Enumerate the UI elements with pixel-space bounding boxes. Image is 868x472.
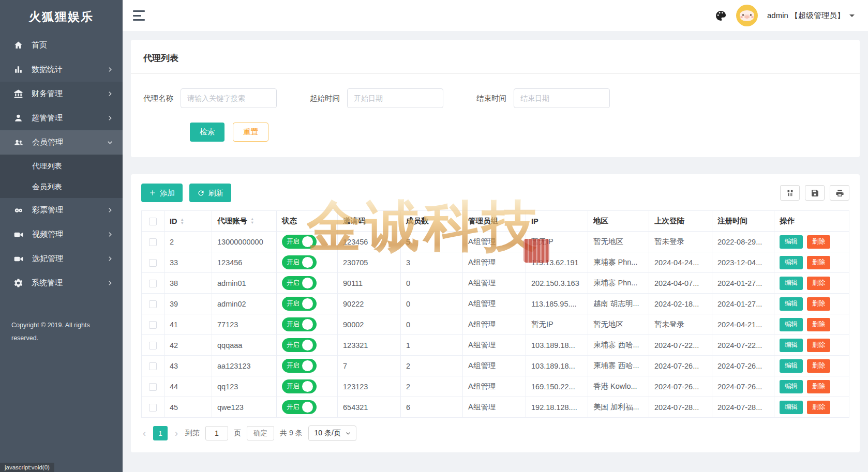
column-header[interactable]: 代理账号▲▼ <box>212 211 277 232</box>
sort-icon[interactable]: ▲▼ <box>181 218 184 225</box>
edit-button[interactable]: 编辑 <box>780 235 803 249</box>
cell-admin-group: A组管理 <box>463 314 526 335</box>
delete-button[interactable]: 删除 <box>807 359 830 373</box>
status-toggle[interactable]: 开启 <box>282 235 317 249</box>
delete-button[interactable]: 删除 <box>807 401 830 414</box>
status-toggle[interactable]: 开启 <box>282 317 317 331</box>
end-date-input[interactable] <box>514 88 610 108</box>
cell-member-count: 2 <box>401 356 463 376</box>
toggle-knob <box>302 236 313 247</box>
sidebar-item-super-admin[interactable]: 超管管理 <box>0 106 123 130</box>
start-time-label: 起始时间 <box>310 94 340 103</box>
delete-button[interactable]: 删除 <box>807 318 830 331</box>
cell-member-count: 6 <box>401 397 463 418</box>
status-toggle[interactable]: 开启 <box>282 359 317 373</box>
status-toggle[interactable]: 开启 <box>282 338 317 352</box>
goto-confirm-button[interactable]: 确定 <box>247 426 274 440</box>
theme-palette-icon[interactable] <box>715 10 727 22</box>
page-size-select[interactable]: 10 条/页 <box>308 425 356 441</box>
sidebar-item-label: 超管管理 <box>32 113 107 123</box>
edit-button[interactable]: 编辑 <box>780 277 803 290</box>
sidebar-item-finance[interactable]: 财务管理 <box>0 82 123 106</box>
delete-button[interactable]: 删除 <box>807 339 830 352</box>
column-header[interactable]: ID▲▼ <box>164 211 212 232</box>
status-toggle[interactable]: 开启 <box>282 400 317 414</box>
goto-page-input[interactable] <box>205 426 228 440</box>
status-toggle[interactable]: 开启 <box>282 379 317 393</box>
sidebar-item-system[interactable]: 系统管理 <box>0 271 123 295</box>
row-checkbox[interactable] <box>149 383 157 391</box>
status-toggle[interactable]: 开启 <box>282 297 317 311</box>
admin-dropdown[interactable]: admin 【超级管理员】 <box>767 11 855 21</box>
edit-button[interactable]: 编辑 <box>780 359 803 373</box>
row-checkbox[interactable] <box>149 259 157 267</box>
status-toggle[interactable]: 开启 <box>282 255 317 269</box>
sidebar-item-xuanfei[interactable]: 选妃管理 <box>0 247 123 271</box>
select-all-checkbox[interactable] <box>149 218 157 225</box>
row-checkbox[interactable] <box>149 280 157 287</box>
edit-button[interactable]: 编辑 <box>780 401 803 414</box>
sidebar-item-label: 选妃管理 <box>32 254 107 264</box>
cell-invite-code: 123123 <box>338 376 401 397</box>
sidebar-item-video[interactable]: 视频管理 <box>0 222 123 247</box>
edit-button[interactable]: 编辑 <box>780 297 803 311</box>
row-checkbox[interactable] <box>149 342 157 349</box>
delete-button[interactable]: 删除 <box>807 297 830 311</box>
column-header: 成员数 <box>401 211 463 232</box>
cell-id: 41 <box>164 314 212 335</box>
sidebar-subitem-agent-list[interactable]: 代理列表 <box>0 156 123 176</box>
print-button[interactable] <box>830 185 849 201</box>
start-date-input[interactable] <box>347 88 443 108</box>
edit-button[interactable]: 编辑 <box>780 380 803 393</box>
export-button[interactable] <box>805 185 825 201</box>
row-checkbox[interactable] <box>149 238 157 246</box>
sidebar-item-lottery[interactable]: 彩票管理 <box>0 198 123 222</box>
sidebar-item-members[interactable]: 会员管理 <box>0 130 123 155</box>
main-area: admin 【超级管理员】 代理列表 代理名称 起始时间 <box>123 0 868 472</box>
edit-button[interactable]: 编辑 <box>780 318 803 331</box>
home-icon <box>13 40 23 50</box>
menu-toggle-icon[interactable] <box>133 10 146 21</box>
search-button[interactable]: 检索 <box>190 123 225 142</box>
delete-button[interactable]: 删除 <box>807 256 830 269</box>
prev-page-button[interactable]: ‹ <box>141 428 147 439</box>
agent-name-input[interactable] <box>181 88 277 108</box>
sidebar-item-label: 首页 <box>32 40 113 50</box>
add-button[interactable]: 添加 <box>141 184 183 202</box>
edit-button[interactable]: 编辑 <box>780 339 803 352</box>
delete-button[interactable]: 删除 <box>807 277 830 290</box>
sidebar-item-stats[interactable]: 数据统计 <box>0 57 123 82</box>
row-checkbox[interactable] <box>149 362 157 370</box>
sidebar-subitem-member-list[interactable]: 会员列表 <box>0 176 123 197</box>
delete-button[interactable]: 删除 <box>807 380 830 393</box>
cell-register-time: 2024-07-26... <box>712 376 774 397</box>
row-checkbox[interactable] <box>149 321 157 329</box>
edit-button[interactable]: 编辑 <box>780 256 803 269</box>
cell-last-login: 2024-07-22... <box>649 335 712 356</box>
status-toggle[interactable]: 开启 <box>282 276 317 290</box>
column-header: 管理员组 <box>463 211 526 232</box>
end-time-label: 结束时间 <box>476 94 506 103</box>
columns-icon <box>786 189 795 197</box>
sort-icon[interactable]: ▲▼ <box>250 218 254 225</box>
refresh-button[interactable]: 刷新 <box>189 184 231 202</box>
page-number-button[interactable]: 1 <box>153 426 168 440</box>
user-avatar[interactable] <box>736 5 758 26</box>
sidebar-item-label: 会员管理 <box>32 138 107 147</box>
cell-account: 77123 <box>212 314 277 335</box>
columns-toggle-button[interactable] <box>780 185 800 201</box>
next-page-button[interactable]: › <box>173 428 179 439</box>
cell-last-login: 暂未登录 <box>649 232 712 252</box>
row-checkbox[interactable] <box>149 404 157 412</box>
sidebar-item-label: 彩票管理 <box>32 205 107 215</box>
sidebar-item-home[interactable]: 首页 <box>0 33 123 57</box>
cell-ip: 192.18.128.... <box>526 397 588 418</box>
filter-card: 代理列表 代理名称 起始时间 结束时间 <box>131 40 860 157</box>
status-label: 开启 <box>287 341 300 349</box>
cell-invite-code: 123321 <box>338 335 401 356</box>
sidebar-submenu: 代理列表会员列表 <box>0 155 123 198</box>
reset-button[interactable]: 重置 <box>233 123 268 142</box>
delete-button[interactable]: 删除 <box>807 235 830 249</box>
row-checkbox[interactable] <box>149 300 157 308</box>
pig-avatar-face <box>740 10 754 21</box>
